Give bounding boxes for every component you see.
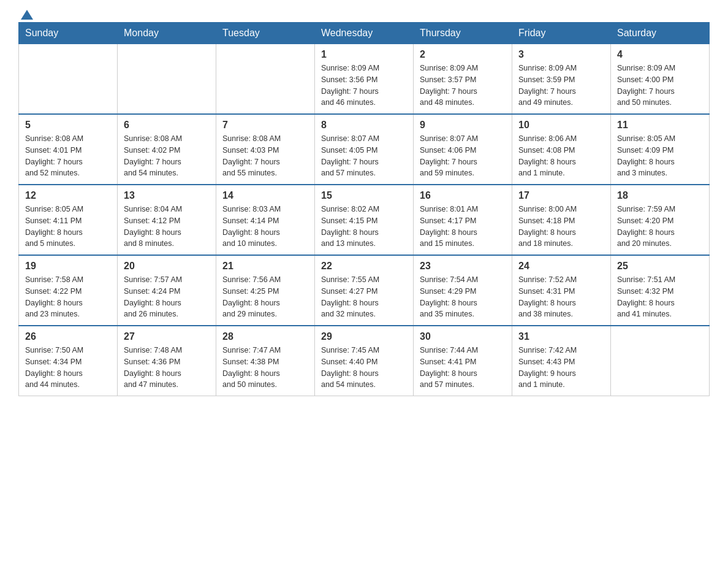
calendar-body: 1Sunrise: 8:09 AM Sunset: 3:56 PM Daylig… — [19, 44, 710, 396]
day-info: Sunrise: 8:00 AM Sunset: 4:18 PM Dayligh… — [518, 204, 604, 250]
calendar-day-cell: 8Sunrise: 8:07 AM Sunset: 4:05 PM Daylig… — [315, 114, 414, 185]
calendar-day-cell: 23Sunrise: 7:54 AM Sunset: 4:29 PM Dayli… — [414, 255, 512, 326]
calendar-day-cell: 14Sunrise: 8:03 AM Sunset: 4:14 PM Dayli… — [216, 185, 315, 255]
day-info: Sunrise: 7:44 AM Sunset: 4:41 PM Dayligh… — [420, 345, 506, 391]
day-number: 3 — [518, 49, 604, 60]
day-info: Sunrise: 8:08 AM Sunset: 4:01 PM Dayligh… — [25, 133, 111, 179]
calendar-week-row: 1Sunrise: 8:09 AM Sunset: 3:56 PM Daylig… — [19, 44, 710, 115]
day-info: Sunrise: 8:09 AM Sunset: 3:59 PM Dayligh… — [518, 63, 604, 109]
day-number: 16 — [420, 190, 506, 201]
day-info: Sunrise: 7:51 AM Sunset: 4:32 PM Dayligh… — [617, 274, 703, 320]
calendar-day-cell: 16Sunrise: 8:01 AM Sunset: 4:17 PM Dayli… — [414, 185, 512, 255]
day-number: 10 — [518, 120, 604, 131]
day-info: Sunrise: 7:54 AM Sunset: 4:29 PM Dayligh… — [420, 274, 506, 320]
calendar-day-cell: 15Sunrise: 8:02 AM Sunset: 4:15 PM Dayli… — [315, 185, 414, 255]
calendar-day-cell: 4Sunrise: 8:09 AM Sunset: 4:00 PM Daylig… — [611, 44, 710, 115]
day-number: 22 — [321, 261, 407, 272]
col-saturday: Saturday — [611, 23, 710, 44]
day-info: Sunrise: 7:47 AM Sunset: 4:38 PM Dayligh… — [222, 345, 308, 391]
calendar-day-cell: 5Sunrise: 8:08 AM Sunset: 4:01 PM Daylig… — [19, 114, 118, 185]
day-info: Sunrise: 8:09 AM Sunset: 3:57 PM Dayligh… — [420, 63, 506, 109]
day-number: 9 — [420, 120, 506, 131]
day-number: 14 — [222, 190, 308, 201]
calendar-day-cell: 27Sunrise: 7:48 AM Sunset: 4:36 PM Dayli… — [118, 326, 216, 396]
calendar-day-cell — [118, 44, 216, 115]
calendar-day-cell: 6Sunrise: 8:08 AM Sunset: 4:02 PM Daylig… — [118, 114, 216, 185]
day-number: 12 — [25, 190, 111, 201]
day-info: Sunrise: 7:55 AM Sunset: 4:27 PM Dayligh… — [321, 274, 407, 320]
calendar-day-cell: 26Sunrise: 7:50 AM Sunset: 4:34 PM Dayli… — [19, 326, 118, 396]
day-info: Sunrise: 8:09 AM Sunset: 3:56 PM Dayligh… — [321, 63, 407, 109]
page-header — [18, 12, 710, 16]
day-number: 31 — [518, 331, 604, 342]
day-info: Sunrise: 7:56 AM Sunset: 4:25 PM Dayligh… — [222, 274, 308, 320]
calendar-day-cell: 10Sunrise: 8:06 AM Sunset: 4:08 PM Dayli… — [512, 114, 611, 185]
calendar-day-cell: 29Sunrise: 7:45 AM Sunset: 4:40 PM Dayli… — [315, 326, 414, 396]
calendar-day-cell — [611, 326, 710, 396]
col-wednesday: Wednesday — [315, 23, 414, 44]
calendar-day-cell — [19, 44, 118, 115]
day-info: Sunrise: 8:04 AM Sunset: 4:12 PM Dayligh… — [124, 204, 210, 250]
day-info: Sunrise: 7:58 AM Sunset: 4:22 PM Dayligh… — [25, 274, 111, 320]
day-info: Sunrise: 8:07 AM Sunset: 4:06 PM Dayligh… — [420, 133, 506, 179]
day-number: 1 — [321, 49, 407, 60]
day-number: 7 — [222, 120, 308, 131]
calendar-header: Sunday Monday Tuesday Wednesday Thursday… — [19, 23, 710, 44]
calendar-day-cell: 30Sunrise: 7:44 AM Sunset: 4:41 PM Dayli… — [414, 326, 512, 396]
day-number: 23 — [420, 261, 506, 272]
day-number: 4 — [617, 49, 703, 60]
day-info: Sunrise: 7:57 AM Sunset: 4:24 PM Dayligh… — [124, 274, 210, 320]
day-number: 11 — [617, 120, 703, 131]
day-number: 30 — [420, 331, 506, 342]
calendar-day-cell: 31Sunrise: 7:42 AM Sunset: 4:43 PM Dayli… — [512, 326, 611, 396]
day-number: 25 — [617, 261, 703, 272]
calendar-day-cell: 17Sunrise: 8:00 AM Sunset: 4:18 PM Dayli… — [512, 185, 611, 255]
day-info: Sunrise: 8:08 AM Sunset: 4:03 PM Dayligh… — [222, 133, 308, 179]
calendar-day-cell: 22Sunrise: 7:55 AM Sunset: 4:27 PM Dayli… — [315, 255, 414, 326]
day-info: Sunrise: 8:08 AM Sunset: 4:02 PM Dayligh… — [124, 133, 210, 179]
day-number: 24 — [518, 261, 604, 272]
day-number: 18 — [617, 190, 703, 201]
day-info: Sunrise: 7:50 AM Sunset: 4:34 PM Dayligh… — [25, 345, 111, 391]
day-info: Sunrise: 8:09 AM Sunset: 4:00 PM Dayligh… — [617, 63, 703, 109]
calendar-week-row: 5Sunrise: 8:08 AM Sunset: 4:01 PM Daylig… — [19, 114, 710, 185]
day-number: 27 — [124, 331, 210, 342]
day-info: Sunrise: 8:05 AM Sunset: 4:09 PM Dayligh… — [617, 133, 703, 179]
day-info: Sunrise: 8:02 AM Sunset: 4:15 PM Dayligh… — [321, 204, 407, 250]
day-info: Sunrise: 8:07 AM Sunset: 4:05 PM Dayligh… — [321, 133, 407, 179]
day-info: Sunrise: 8:03 AM Sunset: 4:14 PM Dayligh… — [222, 204, 308, 250]
calendar-day-cell — [216, 44, 315, 115]
day-number: 19 — [25, 261, 111, 272]
calendar-day-cell: 19Sunrise: 7:58 AM Sunset: 4:22 PM Dayli… — [19, 255, 118, 326]
day-info: Sunrise: 7:52 AM Sunset: 4:31 PM Dayligh… — [518, 274, 604, 320]
day-number: 8 — [321, 120, 407, 131]
day-number: 20 — [124, 261, 210, 272]
calendar-day-cell: 1Sunrise: 8:09 AM Sunset: 3:56 PM Daylig… — [315, 44, 414, 115]
day-number: 26 — [25, 331, 111, 342]
logo — [18, 12, 33, 16]
col-friday: Friday — [512, 23, 611, 44]
calendar-day-cell: 7Sunrise: 8:08 AM Sunset: 4:03 PM Daylig… — [216, 114, 315, 185]
day-info: Sunrise: 7:59 AM Sunset: 4:20 PM Dayligh… — [617, 204, 703, 250]
day-number: 6 — [124, 120, 210, 131]
calendar-day-cell: 25Sunrise: 7:51 AM Sunset: 4:32 PM Dayli… — [611, 255, 710, 326]
calendar-day-cell: 2Sunrise: 8:09 AM Sunset: 3:57 PM Daylig… — [414, 44, 512, 115]
calendar-day-cell: 3Sunrise: 8:09 AM Sunset: 3:59 PM Daylig… — [512, 44, 611, 115]
day-info: Sunrise: 7:42 AM Sunset: 4:43 PM Dayligh… — [518, 345, 604, 391]
day-number: 2 — [420, 49, 506, 60]
day-info: Sunrise: 7:45 AM Sunset: 4:40 PM Dayligh… — [321, 345, 407, 391]
day-info: Sunrise: 8:05 AM Sunset: 4:11 PM Dayligh… — [25, 204, 111, 250]
calendar-day-cell: 21Sunrise: 7:56 AM Sunset: 4:25 PM Dayli… — [216, 255, 315, 326]
calendar-day-cell: 9Sunrise: 8:07 AM Sunset: 4:06 PM Daylig… — [414, 114, 512, 185]
day-info: Sunrise: 7:48 AM Sunset: 4:36 PM Dayligh… — [124, 345, 210, 391]
day-number: 28 — [222, 331, 308, 342]
calendar-day-cell: 18Sunrise: 7:59 AM Sunset: 4:20 PM Dayli… — [611, 185, 710, 255]
calendar-week-row: 26Sunrise: 7:50 AM Sunset: 4:34 PM Dayli… — [19, 326, 710, 396]
col-thursday: Thursday — [414, 23, 512, 44]
calendar-day-cell: 13Sunrise: 8:04 AM Sunset: 4:12 PM Dayli… — [118, 185, 216, 255]
day-info: Sunrise: 8:01 AM Sunset: 4:17 PM Dayligh… — [420, 204, 506, 250]
day-number: 29 — [321, 331, 407, 342]
calendar-day-cell: 20Sunrise: 7:57 AM Sunset: 4:24 PM Dayli… — [118, 255, 216, 326]
days-of-week-row: Sunday Monday Tuesday Wednesday Thursday… — [19, 23, 710, 44]
day-number: 5 — [25, 120, 111, 131]
